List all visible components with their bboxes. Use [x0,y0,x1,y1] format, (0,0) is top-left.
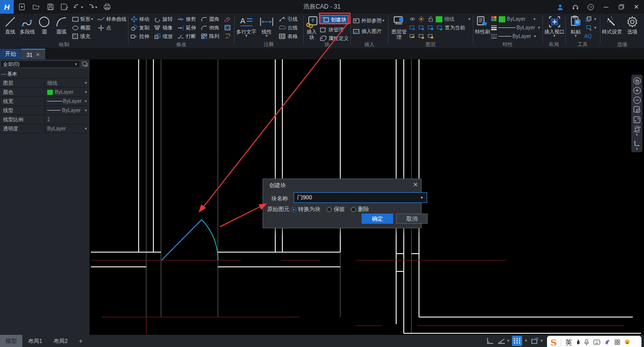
skin-icon[interactable] [604,339,610,346]
ime-lang-toggle[interactable]: 英 [565,338,572,347]
tab-layout2[interactable]: 布局2 [48,335,73,347]
rectangle-button[interactable]: 矩形▼ [71,15,94,23]
restore-button[interactable] [614,0,629,14]
offset-button[interactable] [223,23,233,32]
ink-icon[interactable] [576,339,580,346]
prop-row-layer[interactable]: 图层 细线 ▼ [0,79,89,88]
create-block-button[interactable]: 创建块 [319,15,349,24]
selection-filter-dropdown[interactable]: 全部(0) ▼ [1,60,80,68]
app-logo[interactable]: H [0,0,14,14]
find-button[interactable]: AQ [585,32,597,41]
save-as-button[interactable] [58,2,71,12]
section-header-basic[interactable]: — 基本 [0,70,89,79]
emoji-icon[interactable] [624,339,630,346]
prop-row-linetype[interactable]: 线型 ByLayer ▼ [0,106,89,115]
insert-block-button[interactable]: 插入块 [305,15,318,41]
circle-button[interactable]: 圆 [36,15,53,41]
rotate-button[interactable]: 旋转 [153,15,177,23]
break-button[interactable]: 打断 [177,32,200,41]
hatch-button[interactable]: 填充 [71,32,94,41]
keyboard-icon[interactable] [593,339,600,346]
copy-base-button[interactable]: ▼ [585,23,597,32]
prop-row-ltscale[interactable]: 线型比例 1 [0,115,89,124]
snap-grid-toggle-icon[interactable] [512,336,522,346]
explode-button[interactable] [223,32,233,41]
style-settings-button[interactable]: 样式设置 [602,15,622,41]
sogou-logo[interactable]: S [551,337,557,347]
array-button[interactable]: 阵列 [200,32,223,41]
arc-button[interactable]: 圆弧 [53,15,70,41]
zoom-out-icon[interactable] [632,95,642,105]
new-file-button[interactable] [16,2,28,12]
fillet-button[interactable]: 圆角 [200,15,223,23]
prop-row-color[interactable]: 颜色 ByLayer ▼ [0,88,89,97]
leader-button[interactable]: A 引线 [278,15,298,23]
tab-model[interactable]: 模型 [0,335,22,347]
chevron-down-icon[interactable]: ▼ [82,81,89,85]
chevron-down-icon[interactable]: ▼ [82,127,89,130]
match-properties-button[interactable]: 特性刷 [475,15,491,41]
zoom-in-icon[interactable] [632,86,642,95]
radio-retain[interactable]: 保留 [327,205,345,213]
close-button[interactable]: ✕ [629,0,644,14]
trim-button[interactable]: 修剪 [177,15,200,23]
extend-button[interactable]: 延伸 [177,23,200,32]
chevron-down-icon[interactable]: ▼ [82,90,89,94]
tab-close-icon[interactable]: ✕ [36,52,40,57]
chevron-down-icon[interactable]: ▼ [635,148,638,151]
account-icon[interactable] [553,0,568,14]
color-control[interactable]: ByLayer ▼ [491,15,541,23]
xref-button[interactable]: 外部参照▼ [352,16,386,25]
filter-settings-icon[interactable] [81,60,89,68]
ok-button[interactable]: 确定 [362,214,393,224]
ellipse-button[interactable]: 椭圆 [71,23,94,32]
linetype-control[interactable]: ByLayer ▼ [491,32,541,41]
zoom-window-icon[interactable] [632,105,642,115]
mic-icon[interactable] [584,339,589,346]
add-layout-button[interactable]: ＋ [73,336,88,345]
move-button[interactable]: 移动 [130,15,153,23]
orbit-icon[interactable] [632,124,642,134]
block-manager-button[interactable]: 块管理 [319,25,349,34]
chevron-down-icon[interactable]: ▼ [82,99,89,103]
cancel-button[interactable]: 取消 [396,214,428,224]
radio-convert-to-block[interactable]: 转换为块 [291,205,320,213]
layer-state-row[interactable]: 置为当前 [408,23,471,32]
chevron-down-icon[interactable]: ▼ [82,109,89,112]
support-icon[interactable] [568,0,583,14]
stretch-button[interactable]: 拉伸 [130,32,153,41]
revcloud-button[interactable]: 云线 [278,23,298,32]
layer-tools-row[interactable] [408,32,471,41]
spline-button[interactable]: 样条曲线 [97,15,126,23]
prop-row-lineweight[interactable]: 线宽 ByLayer ▼ [0,97,89,106]
table-button[interactable]: 表格 [278,32,298,41]
paste-button[interactable]: 粘贴 ▼ [567,15,585,41]
tab-layout1[interactable]: 布局1 [22,335,48,347]
copy-clip-button[interactable]: ▼ [585,15,597,23]
help-icon[interactable]: ? [583,0,598,14]
point-button[interactable]: 点 [97,23,126,32]
dynamic-ucs-icon[interactable]: ▼ [530,336,544,346]
dialog-close-icon[interactable]: ✕ [413,181,418,188]
layer-manager-button[interactable]: 图层管理 [390,15,408,41]
copy-button[interactable]: 复制 [130,23,153,32]
open-file-button[interactable] [30,2,42,12]
tab-drawing-31[interactable]: 31 ✕ [21,49,45,59]
scale-button[interactable]: 缩放 [153,32,177,41]
options-button[interactable]: 选项 [622,15,642,41]
ucs-icon[interactable] [632,138,642,148]
mtext-button[interactable]: A 多行文字 ▼ [236,15,256,41]
ortho-toggle-icon[interactable] [485,336,495,346]
minimize-button[interactable]: ─ [598,0,614,14]
layer-control[interactable]: 细线 ▼ [408,15,471,23]
pan-icon[interactable] [632,76,642,86]
chamfer-button[interactable]: 倒角 [200,23,223,32]
redo-button[interactable] [87,2,99,12]
grid-caret[interactable]: ▼ [523,336,529,346]
linear-dim-button[interactable]: 线性 ▼ [256,15,277,41]
insert-viewport-button[interactable]: 插入视口 ▼ [544,15,565,41]
radio-delete[interactable]: 删除 [351,205,369,213]
lineweight-control[interactable]: ByLayer ▼ [491,23,541,32]
print-button[interactable] [101,2,113,12]
tab-start[interactable]: 开始 [0,49,21,59]
